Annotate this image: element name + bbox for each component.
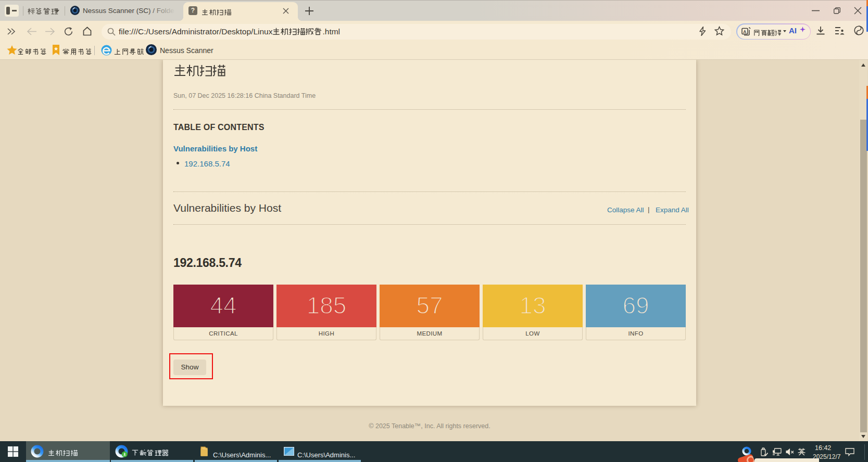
svg-text:A: A bbox=[743, 29, 746, 34]
